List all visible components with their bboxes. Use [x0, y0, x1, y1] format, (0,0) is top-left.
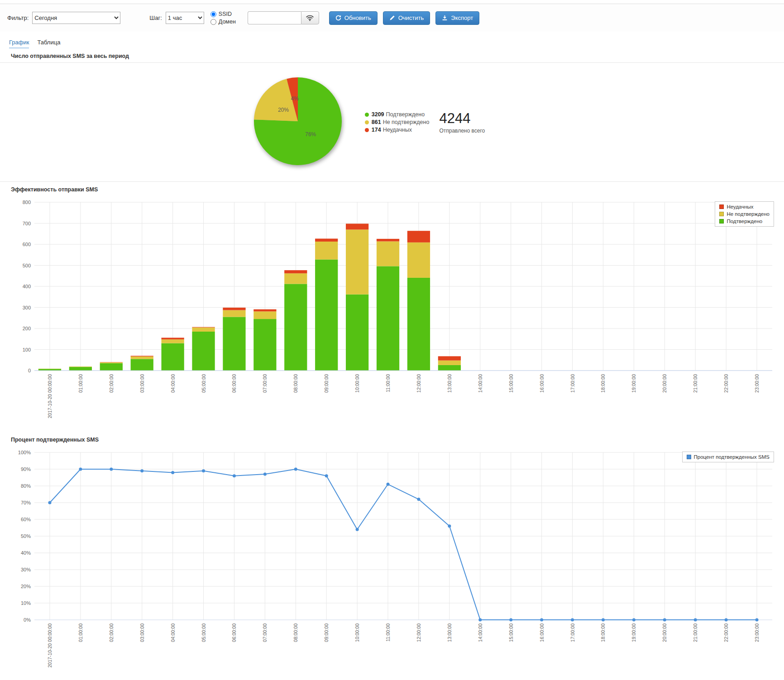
total-sent-value: 4244 [439, 110, 485, 127]
svg-text:2017-10-20 00:00:00: 2017-10-20 00:00:00 [47, 374, 53, 418]
refresh-button[interactable]: Обновить [329, 11, 378, 25]
svg-text:800: 800 [23, 200, 31, 205]
line-legend-item[interactable]: Процент подтвержденных SMS [687, 454, 770, 460]
pie-legend-item[interactable]: 174Неудачных [365, 127, 430, 133]
line-chart-box: 2017-10-20 00:00:0001:00:0002:00:0003:00… [0, 446, 784, 680]
svg-text:50%: 50% [21, 533, 31, 539]
download-icon [442, 15, 448, 21]
svg-text:12:00:00: 12:00:00 [416, 623, 421, 642]
pie-legend-item[interactable]: 861Не подтверждено [365, 119, 430, 125]
svg-text:11:00:00: 11:00:00 [385, 623, 391, 642]
legend-swatch [719, 219, 724, 223]
pie-legend: 3209Подтверждено861Не подтверждено174Неу… [365, 111, 430, 133]
svg-text:05:00:00: 05:00:00 [201, 623, 206, 642]
bar-chart: 2017-10-20 00:00:0001:00:0002:00:0003:00… [6, 197, 776, 430]
svg-text:20:00:00: 20:00:00 [662, 623, 667, 642]
step-select[interactable]: 1 час [166, 12, 204, 24]
svg-text:90%: 90% [21, 466, 31, 472]
svg-text:09:00:00: 09:00:00 [324, 374, 329, 393]
filter-select[interactable]: Сегодня [32, 12, 120, 24]
svg-text:600: 600 [23, 242, 31, 247]
ssid-radio[interactable] [210, 11, 216, 17]
svg-text:200: 200 [23, 326, 31, 331]
svg-text:11:00:00: 11:00:00 [385, 374, 391, 392]
svg-text:16:00:00: 16:00:00 [539, 374, 545, 393]
svg-text:20%: 20% [278, 107, 289, 113]
bar-legend: НеудачныхНе подтвержденоПодтверждено [715, 201, 774, 227]
step-group: Шаг: 1 час [149, 12, 204, 24]
svg-text:23:00:00: 23:00:00 [754, 374, 760, 393]
export-button[interactable]: Экспорт [435, 11, 479, 25]
svg-text:60%: 60% [21, 517, 31, 522]
total-sent-label: Отправлено всего [439, 128, 485, 134]
svg-text:23:00:00: 23:00:00 [754, 623, 760, 642]
svg-text:13:00:00: 13:00:00 [447, 374, 452, 393]
export-button-label: Экспорт [451, 14, 473, 21]
svg-text:09:00:00: 09:00:00 [324, 623, 329, 642]
ssid-filter-group [248, 11, 319, 24]
svg-text:21:00:00: 21:00:00 [693, 623, 698, 642]
pie-panel: Число отправленных SMS за весь период 76… [0, 48, 784, 182]
domain-radio[interactable] [210, 19, 216, 25]
svg-text:100: 100 [23, 347, 31, 352]
svg-text:10:00:00: 10:00:00 [354, 623, 360, 642]
svg-text:06:00:00: 06:00:00 [231, 623, 237, 642]
line-legend: Процент подтвержденных SMS [682, 452, 774, 462]
svg-text:500: 500 [23, 263, 31, 268]
bar-legend-item[interactable]: Подтверждено [719, 219, 770, 224]
svg-text:12:00:00: 12:00:00 [416, 374, 421, 393]
pie-panel-body: 76%20%4% 3209Подтверждено861Не подтвержд… [0, 62, 784, 182]
bar-panel: Эффективность отправки SMS 2017-10-20 00… [0, 182, 784, 432]
svg-text:0%: 0% [24, 617, 31, 623]
svg-text:02:00:00: 02:00:00 [109, 623, 114, 642]
view-tabs: График Таблица [0, 34, 784, 48]
svg-text:19:00:00: 19:00:00 [631, 374, 636, 393]
svg-text:01:00:00: 01:00:00 [78, 623, 83, 642]
svg-text:14:00:00: 14:00:00 [478, 623, 483, 642]
svg-text:70%: 70% [21, 500, 31, 505]
domain-radio-option[interactable]: Домен [210, 19, 236, 25]
ssid-radio-label: SSID [219, 11, 232, 17]
svg-text:21:00:00: 21:00:00 [693, 374, 698, 393]
svg-text:17:00:00: 17:00:00 [570, 623, 575, 642]
pie-chart: 76%20%4% [240, 67, 356, 177]
svg-text:76%: 76% [305, 131, 316, 138]
clear-button[interactable]: Очистить [383, 11, 430, 25]
filter-label: Фильтр: [7, 14, 29, 21]
svg-text:4%: 4% [291, 95, 299, 102]
tab-table[interactable]: Таблица [37, 39, 60, 48]
svg-text:07:00:00: 07:00:00 [262, 374, 268, 393]
pie-legend-item[interactable]: 3209Подтверждено [365, 111, 430, 118]
svg-text:19:00:00: 19:00:00 [631, 623, 636, 642]
svg-text:20%: 20% [21, 584, 31, 589]
refresh-icon [335, 15, 341, 21]
line-panel: Процент подтвержденных SMS 2017-10-20 00… [0, 432, 784, 680]
domain-radio-label: Домен [219, 19, 236, 25]
wifi-picker-button[interactable] [301, 11, 319, 24]
svg-text:400: 400 [23, 284, 31, 289]
svg-text:22:00:00: 22:00:00 [723, 623, 729, 642]
svg-text:04:00:00: 04:00:00 [170, 374, 176, 393]
svg-text:0: 0 [28, 368, 31, 373]
svg-text:18:00:00: 18:00:00 [600, 623, 606, 642]
svg-text:08:00:00: 08:00:00 [293, 374, 298, 393]
tab-graph[interactable]: График [9, 39, 29, 48]
total-sent-block: 4244 Отправлено всего [439, 110, 485, 134]
svg-text:100%: 100% [18, 450, 31, 455]
ssid-radio-option[interactable]: SSID [210, 11, 236, 17]
ssid-filter-input[interactable] [248, 11, 301, 24]
refresh-button-label: Обновить [344, 14, 371, 21]
svg-text:10%: 10% [21, 600, 31, 606]
svg-text:01:00:00: 01:00:00 [78, 374, 83, 393]
svg-text:08:00:00: 08:00:00 [293, 623, 298, 642]
svg-text:30%: 30% [21, 567, 31, 572]
bar-legend-item[interactable]: Неудачных [719, 204, 770, 209]
svg-text:300: 300 [23, 305, 31, 310]
svg-text:06:00:00: 06:00:00 [231, 374, 237, 393]
bar-legend-item[interactable]: Не подтверждено [719, 211, 770, 217]
svg-text:05:00:00: 05:00:00 [201, 374, 206, 393]
svg-text:40%: 40% [21, 550, 31, 556]
svg-text:03:00:00: 03:00:00 [139, 623, 145, 642]
pie-panel-title: Число отправленных SMS за весь период [0, 48, 784, 62]
svg-text:14:00:00: 14:00:00 [478, 374, 483, 393]
